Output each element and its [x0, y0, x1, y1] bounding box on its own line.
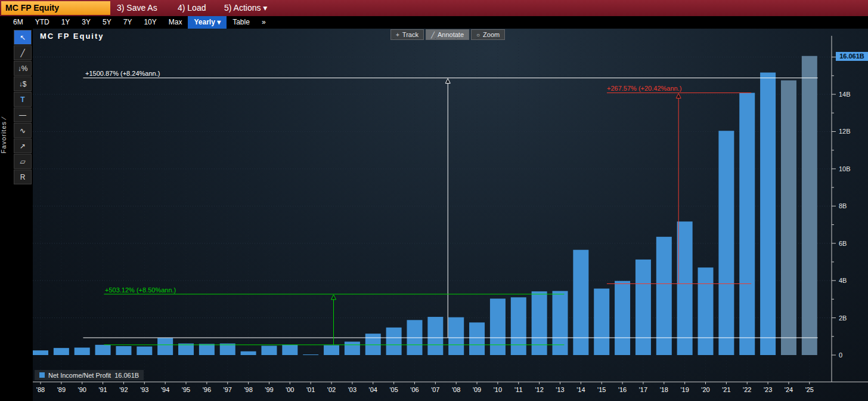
tab-ytd[interactable]: YTD [29, 16, 55, 29]
tool-list: ↖ ╱ ↓% ↓$ T — ∿ ↗ ▱ R [14, 30, 32, 184]
svg-text:12B: 12B [839, 128, 851, 135]
trendline-tool[interactable]: ∿ [14, 123, 32, 138]
svg-text:'18: '18 [660, 386, 668, 393]
svg-text:'05: '05 [389, 386, 398, 393]
series-last-value: 16.061B [114, 372, 139, 379]
svg-text:'19: '19 [680, 386, 689, 393]
tab-yearly[interactable]: Yearly ▾ [188, 16, 227, 29]
period-tab-bar: 6M YTD 1Y 3Y 5Y 7Y 10Y Max Yearly ▾ Tabl… [0, 16, 868, 29]
arrow-tool[interactable]: ↗ [14, 138, 32, 153]
price-change-icon: ↓$ [19, 80, 27, 88]
favorites-flyout[interactable]: Favorites ∕ [0, 117, 8, 153]
series-legend[interactable]: Net Income/Net Profit 16.061B [35, 370, 144, 380]
bloomberg-terminal-window: MC FP Equity 3) Save As 4) Load 5) Actio… [0, 0, 868, 401]
svg-text:6B: 6B [839, 240, 847, 247]
svg-text:'00: '00 [286, 386, 294, 393]
ticker-input[interactable]: MC FP Equity [1, 1, 110, 15]
pencil-tool[interactable]: ╱ [14, 45, 32, 60]
svg-text:'03: '03 [348, 386, 356, 393]
svg-text:'11: '11 [514, 386, 523, 393]
polygon-icon: ▱ [20, 158, 25, 166]
menu-load[interactable]: 4) Load [172, 0, 212, 16]
chart-canvas[interactable]: 02B4B6B8B10B12B14B'88'89'90'91'92'93'94'… [33, 29, 868, 401]
svg-text:'21: '21 [722, 386, 730, 393]
polygon-tool[interactable]: ▱ [14, 154, 32, 169]
svg-text:'90: '90 [78, 386, 86, 393]
svg-text:4B: 4B [839, 277, 847, 284]
trendline-icon: ∿ [20, 127, 26, 135]
last-value-badge: 16.061B [836, 52, 868, 61]
tab-1y[interactable]: 1Y [55, 16, 76, 29]
menu-save-as[interactable]: 3) Save As [111, 0, 163, 16]
pencil-icon: ╱ [20, 49, 24, 57]
svg-text:'09: '09 [473, 386, 481, 393]
svg-text:2B: 2B [839, 314, 847, 322]
svg-text:'07: '07 [431, 386, 439, 393]
svg-text:'88: '88 [36, 386, 45, 393]
svg-text:'96: '96 [203, 386, 211, 393]
svg-text:'94: '94 [161, 386, 169, 393]
header-bar: MC FP Equity 3) Save As 4) Load 5) Actio… [0, 0, 868, 16]
svg-text:'14: '14 [576, 386, 585, 393]
slash-icon: ∕ [0, 117, 7, 119]
svg-text:0: 0 [839, 351, 842, 359]
chart-panel: MC FP Equity + Track ╱ Annotate ○ Zoom 0… [33, 29, 868, 401]
svg-text:'06: '06 [410, 386, 418, 393]
svg-text:'99: '99 [265, 386, 273, 393]
percent-change-tool[interactable]: ↓% [14, 61, 32, 76]
tab-3y[interactable]: 3Y [76, 16, 97, 29]
series-label: Net Income/Net Profit [48, 372, 111, 379]
percent-change-icon: ↓% [18, 64, 28, 73]
svg-text:'95: '95 [182, 386, 190, 393]
svg-text:'93: '93 [140, 386, 148, 393]
svg-text:'97: '97 [224, 386, 232, 393]
tab-table[interactable]: Table [227, 16, 256, 29]
price-change-tool[interactable]: ↓$ [14, 76, 32, 91]
regression-tool[interactable]: R [14, 169, 32, 184]
text-tool-icon: T [20, 95, 24, 104]
svg-text:'92: '92 [119, 386, 128, 393]
svg-text:'24: '24 [785, 386, 793, 393]
favorites-label: Favorites [0, 121, 7, 153]
svg-text:'08: '08 [452, 386, 460, 393]
svg-text:'16: '16 [618, 386, 627, 393]
text-tool[interactable]: T [14, 92, 32, 107]
svg-text:'98: '98 [244, 386, 252, 393]
tab-7y[interactable]: 7Y [117, 16, 138, 29]
tab-max[interactable]: Max [163, 16, 188, 29]
tab-overflow[interactable]: » [256, 16, 272, 29]
svg-text:'20: '20 [701, 386, 709, 393]
svg-text:'15: '15 [597, 386, 606, 393]
svg-text:'23: '23 [764, 386, 772, 393]
svg-text:'12: '12 [535, 386, 543, 393]
svg-text:8B: 8B [839, 202, 847, 209]
annotation-label-long-term[interactable]: +1500.87% (+8.24%ann.) [85, 70, 160, 77]
drawing-toolbar: Favorites ∕ ↖ ╱ ↓% ↓$ T — ∿ ↗ ▱ R [0, 29, 33, 401]
svg-text:'91: '91 [98, 386, 107, 393]
tab-6m[interactable]: 6M [7, 16, 29, 29]
annotation-label-recent[interactable]: +267.57% (+20.42%ann.) [607, 85, 681, 92]
tab-5y[interactable]: 5Y [97, 16, 117, 29]
svg-text:'01: '01 [306, 386, 315, 393]
tab-10y[interactable]: 10Y [138, 16, 162, 29]
svg-text:10B: 10B [839, 165, 851, 172]
svg-text:'22: '22 [743, 386, 751, 393]
horizontal-line-tool[interactable]: — [14, 107, 32, 122]
regression-icon: R [20, 173, 26, 181]
arrow-icon: ↗ [20, 142, 26, 150]
svg-text:'02: '02 [327, 386, 336, 393]
svg-text:'89: '89 [57, 386, 66, 393]
svg-text:'17: '17 [639, 386, 647, 393]
horizontal-line-icon: — [19, 111, 26, 119]
series-swatch [39, 372, 45, 378]
svg-text:14B: 14B [839, 91, 851, 98]
cursor-icon: ↖ [20, 33, 26, 42]
svg-text:'10: '10 [494, 386, 502, 393]
annotation-label-mid-term[interactable]: +503.12% (+8.50%ann.) [105, 286, 176, 294]
svg-text:'13: '13 [556, 386, 564, 393]
svg-text:'25: '25 [805, 386, 814, 393]
menu-actions[interactable]: 5) Actions ▾ [218, 0, 273, 16]
svg-text:'04: '04 [369, 386, 377, 393]
cursor-tool[interactable]: ↖ [14, 30, 32, 45]
